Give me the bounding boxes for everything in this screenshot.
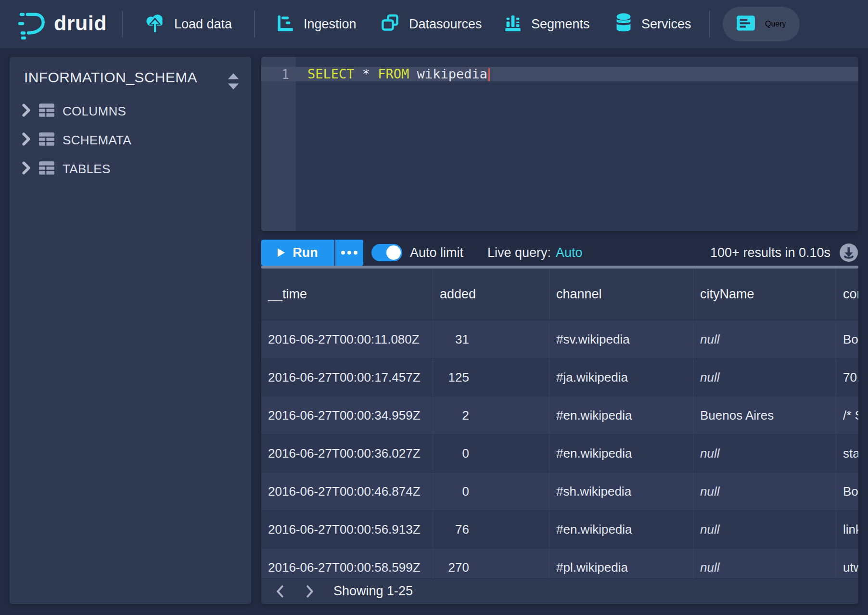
column-header-comment[interactable]: comment bbox=[836, 269, 858, 320]
nav-item-datasources[interactable]: Datasources bbox=[381, 0, 482, 48]
nav-item-load-data[interactable]: Load data bbox=[144, 0, 232, 48]
cell-channel[interactable]: #sh.wikipedia bbox=[549, 473, 693, 510]
cell-time[interactable]: 2016-06-27T00:00:36.027Z bbox=[261, 435, 433, 472]
chevron-right-icon[interactable] bbox=[21, 132, 31, 148]
sql-identifier: wikipedia bbox=[409, 66, 487, 81]
pagination-bar: Showing 1-25 bbox=[261, 578, 858, 604]
chevron-left-icon[interactable] bbox=[273, 585, 287, 599]
tree-item-label: COLUMNS bbox=[63, 104, 126, 119]
live-query-label: Live query: bbox=[487, 240, 551, 266]
cell-added[interactable]: 76 bbox=[433, 511, 549, 548]
brand-name[interactable]: druid bbox=[54, 12, 107, 35]
cell-cityname[interactable]: Buenos Aires bbox=[693, 397, 836, 434]
auto-limit-toggle[interactable] bbox=[371, 244, 402, 261]
load-data-icon bbox=[144, 13, 165, 36]
more-ellipsis-icon bbox=[341, 251, 357, 255]
cell-added[interactable]: 270 bbox=[433, 549, 549, 578]
cell-cityname[interactable]: null bbox=[693, 473, 836, 510]
sort-caret-updown-icon[interactable] bbox=[225, 72, 242, 92]
cell-time[interactable]: 2016-06-27T00:00:11.080Z bbox=[261, 320, 433, 358]
cell-cityname[interactable]: null bbox=[693, 320, 836, 358]
schema-title[interactable]: INFORMATION_SCHEMA bbox=[24, 69, 197, 86]
chevron-right-icon[interactable] bbox=[21, 103, 31, 119]
tree-item-label: SCHEMATA bbox=[63, 133, 131, 148]
table-row[interactable]: 2016-06-27T00:00:36.027Z 0 #en.wikipedia… bbox=[261, 435, 858, 473]
cell-channel[interactable]: #en.wikipedia bbox=[549, 397, 693, 434]
nav-divider bbox=[709, 11, 710, 38]
cell-time[interactable]: 2016-06-27T00:00:56.913Z bbox=[261, 511, 433, 548]
play-icon bbox=[278, 248, 285, 257]
nav-divider bbox=[254, 11, 255, 38]
cell-added[interactable]: 31 bbox=[433, 320, 549, 358]
column-header-time[interactable]: __time bbox=[261, 269, 433, 320]
druid-logo-icon[interactable] bbox=[17, 9, 49, 41]
run-button[interactable]: Run bbox=[261, 240, 334, 266]
nav-item-label: Load data bbox=[174, 17, 232, 32]
run-button-label: Run bbox=[293, 245, 318, 260]
nav-item-label: Query bbox=[765, 20, 786, 28]
table-icon bbox=[38, 103, 55, 119]
cell-added[interactable]: 2 bbox=[433, 397, 549, 434]
cell-time[interactable]: 2016-06-27T00:00:17.457Z bbox=[261, 359, 433, 396]
table-row[interactable]: 2016-06-27T00:00:58.599Z 270 #pl.wikiped… bbox=[261, 549, 858, 578]
cell-added[interactable]: 0 bbox=[433, 435, 549, 472]
cell-cityname[interactable]: null bbox=[693, 359, 836, 396]
chevron-right-icon[interactable] bbox=[303, 585, 317, 599]
run-more-options-button[interactable] bbox=[335, 240, 363, 266]
cell-channel[interactable]: #en.wikipedia bbox=[549, 511, 693, 548]
cell-channel[interactable]: #en.wikipedia bbox=[549, 435, 693, 472]
download-icon[interactable] bbox=[839, 243, 858, 262]
showing-range-text: Showing 1-25 bbox=[333, 579, 413, 604]
table-row[interactable]: 2016-06-27T00:00:11.080Z 31 #sv.wikipedi… bbox=[261, 320, 858, 359]
results-summary: 100+ results in 0.10s bbox=[710, 240, 830, 266]
cell-time[interactable]: 2016-06-27T00:00:46.874Z bbox=[261, 473, 433, 510]
table-row[interactable]: 2016-06-27T00:00:56.913Z 76 #en.wikipedi… bbox=[261, 511, 858, 549]
cell-cityname[interactable]: null bbox=[693, 511, 836, 548]
sql-keyword: FROM bbox=[378, 66, 409, 81]
column-header-channel[interactable]: channel bbox=[549, 269, 693, 320]
cell-cityname[interactable]: null bbox=[693, 435, 836, 472]
cell-cityname[interactable]: null bbox=[693, 549, 836, 578]
column-header-cityname[interactable]: cityName bbox=[693, 269, 836, 320]
nav-item-label: Ingestion bbox=[304, 17, 357, 32]
cell-comment[interactable]: sta bbox=[836, 435, 858, 472]
cell-comment[interactable]: utw bbox=[836, 549, 858, 578]
query-icon bbox=[736, 15, 755, 33]
chevron-right-icon[interactable] bbox=[21, 161, 31, 177]
tree-item-tables[interactable]: TABLES bbox=[10, 154, 251, 183]
nav-item-segments[interactable]: Segments bbox=[504, 0, 590, 48]
nav-item-query[interactable]: Query bbox=[723, 7, 800, 41]
cell-channel[interactable]: #sv.wikipedia bbox=[549, 320, 693, 358]
ingestion-icon bbox=[277, 15, 294, 33]
nav-item-ingestion[interactable]: Ingestion bbox=[277, 0, 357, 48]
cell-time[interactable]: 2016-06-27T00:00:58.599Z bbox=[261, 549, 433, 578]
top-navbar: druid Load data bbox=[0, 0, 868, 48]
editor-line-number: 1 bbox=[261, 67, 289, 82]
tree-item-columns[interactable]: COLUMNS bbox=[10, 97, 251, 126]
datasources-icon bbox=[381, 14, 399, 34]
tree-item-schemata[interactable]: SCHEMATA bbox=[10, 126, 251, 154]
sql-query-text[interactable]: SELECT * FROM wikipedia bbox=[307, 67, 490, 81]
cell-channel[interactable]: #pl.wikipedia bbox=[549, 549, 693, 578]
cell-added[interactable]: 0 bbox=[433, 473, 549, 510]
sql-editor[interactable]: 1 SELECT * FROM wikipedia bbox=[261, 57, 858, 231]
nav-item-label: Services bbox=[641, 17, 691, 32]
cell-comment[interactable]: /* S bbox=[836, 397, 858, 434]
results-table-panel: __time added channel cityName comment 20… bbox=[261, 269, 858, 604]
nav-divider bbox=[122, 11, 123, 38]
column-header-added[interactable]: added bbox=[433, 269, 549, 320]
cell-comment[interactable]: 70.9 bbox=[836, 359, 858, 396]
cell-time[interactable]: 2016-06-27T00:00:34.959Z bbox=[261, 397, 433, 434]
table-row[interactable]: 2016-06-27T00:00:46.874Z 0 #sh.wikipedia… bbox=[261, 473, 858, 511]
results-header-row: __time added channel cityName comment bbox=[261, 269, 858, 320]
cell-comment[interactable]: link bbox=[836, 511, 858, 548]
cell-comment[interactable]: Bot bbox=[836, 473, 858, 510]
cell-added[interactable]: 125 bbox=[433, 359, 549, 396]
cell-comment[interactable]: Bot bbox=[836, 320, 858, 358]
nav-item-services[interactable]: Services bbox=[615, 0, 691, 48]
live-query-value[interactable]: Auto bbox=[556, 240, 583, 266]
table-row[interactable]: 2016-06-27T00:00:17.457Z 125 #ja.wikiped… bbox=[261, 359, 858, 397]
toggle-knob bbox=[386, 245, 401, 260]
table-row[interactable]: 2016-06-27T00:00:34.959Z 2 #en.wikipedia… bbox=[261, 397, 858, 435]
cell-channel[interactable]: #ja.wikipedia bbox=[549, 359, 693, 396]
